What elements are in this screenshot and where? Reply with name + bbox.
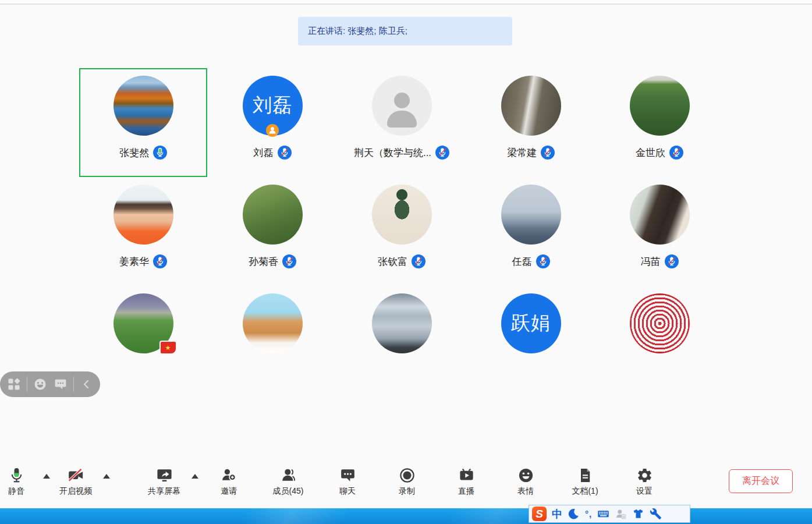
- participant-tile[interactable]: 金世欣: [595, 76, 724, 160]
- emoji-label: 表情: [495, 486, 556, 497]
- mic-muted-icon: [153, 254, 167, 268]
- invite-person-icon: [221, 467, 237, 484]
- emoji-smiley-icon: [517, 467, 534, 484]
- mic-muted-icon: [669, 146, 683, 160]
- participant-tile[interactable]: 张钦富: [337, 185, 466, 268]
- participant-avatar[interactable]: [114, 185, 173, 245]
- chat-button[interactable]: 聊天: [317, 467, 378, 497]
- participant-tile[interactable]: 跃娟: [466, 293, 595, 353]
- members-icon: [280, 467, 297, 484]
- participant-tile[interactable]: 刘磊 刘磊: [208, 76, 337, 160]
- emoji-button[interactable]: 表情: [495, 467, 556, 497]
- start-video-button[interactable]: 开启视频: [45, 467, 106, 497]
- participant-avatar[interactable]: [243, 185, 303, 245]
- participant-tile[interactable]: 荆天（数学与统...: [337, 76, 466, 160]
- participant-tile[interactable]: [337, 293, 466, 353]
- window-top-edge: [0, 0, 812, 5]
- participant-avatar[interactable]: [501, 76, 561, 136]
- video-options-caret[interactable]: [103, 474, 110, 479]
- participant-avatar[interactable]: [372, 293, 432, 353]
- participant-name: 姜素华: [119, 255, 149, 268]
- record-button[interactable]: 录制: [377, 467, 437, 497]
- avatar-photo: [501, 76, 561, 136]
- gear-icon: [636, 467, 653, 484]
- mic-muted-icon: [435, 146, 449, 160]
- chat-bubble-icon[interactable]: [54, 377, 68, 391]
- mute-button[interactable]: 静音: [0, 467, 47, 497]
- participant-avatar[interactable]: [372, 76, 432, 136]
- speaking-banner-text: 正在讲话: 张斐然; 陈卫兵;: [308, 26, 407, 37]
- participant-tile[interactable]: 梁常建: [466, 76, 595, 160]
- participant-tile[interactable]: 孙菊香: [208, 185, 337, 268]
- tools-wrench-icon[interactable]: [650, 508, 662, 520]
- participant-avatar[interactable]: [243, 293, 303, 353]
- mic-muted-icon: [541, 146, 555, 160]
- emoji-icon[interactable]: [33, 377, 47, 391]
- participant-tile[interactable]: [595, 293, 724, 353]
- leave-meeting-button[interactable]: 离开会议: [729, 469, 793, 493]
- share-screen-button[interactable]: 共享屏幕: [134, 467, 194, 497]
- mic-icon: [8, 467, 25, 484]
- docs-label: 文档(1): [555, 486, 615, 497]
- chat-label: 聊天: [317, 486, 378, 497]
- leave-meeting-label: 离开会议: [742, 475, 779, 487]
- participant-tile[interactable]: 姜素华: [79, 185, 208, 268]
- invite-button[interactable]: 邀请: [198, 467, 259, 497]
- document-icon: [577, 467, 594, 484]
- live-label: 直播: [436, 486, 497, 497]
- punctuation-icon[interactable]: °,: [585, 509, 592, 519]
- participant-avatar[interactable]: [630, 185, 690, 245]
- members-button[interactable]: 成员(45): [258, 467, 318, 497]
- mic-muted-icon: [282, 254, 296, 268]
- avatar-photo: [114, 185, 173, 245]
- participant-avatar[interactable]: 刘磊: [243, 76, 303, 136]
- avatar-photo: [501, 185, 561, 245]
- record-label: 录制: [377, 486, 437, 497]
- keyboard-icon[interactable]: [597, 508, 609, 520]
- participant-tile[interactable]: [208, 293, 337, 353]
- start-video-label: 开启视频: [45, 486, 106, 497]
- members-label: 成员(45): [258, 486, 318, 497]
- floating-toolbar: [0, 371, 100, 397]
- skin-shirt-icon[interactable]: [632, 508, 644, 520]
- moon-icon[interactable]: [568, 508, 580, 520]
- participant-avatar[interactable]: [372, 185, 432, 245]
- participant-avatar[interactable]: ★: [114, 293, 173, 353]
- participant-tile[interactable]: 任磊: [466, 185, 595, 268]
- avatar-photo: [114, 76, 173, 136]
- participant-avatar[interactable]: [114, 76, 173, 136]
- participant-avatar[interactable]: [630, 76, 690, 136]
- layout-grid-icon[interactable]: [7, 377, 21, 391]
- participant-tile[interactable]: ★: [79, 293, 208, 353]
- avatar-photo: [243, 185, 303, 245]
- toolbar-divider: [27, 377, 27, 392]
- avatar-placeholder-person-icon: [372, 76, 432, 136]
- invite-label: 邀请: [198, 486, 259, 497]
- docs-button[interactable]: 文档(1): [555, 467, 615, 497]
- participant-name: 金世欣: [636, 146, 665, 160]
- participant-tile[interactable]: 张斐然: [79, 76, 208, 160]
- live-button[interactable]: 直播: [436, 467, 497, 497]
- collapse-chevron-icon[interactable]: [80, 377, 94, 391]
- participant-tile[interactable]: 冯苗: [595, 185, 724, 268]
- avatar-photo: [372, 293, 432, 353]
- chat-icon: [339, 467, 356, 484]
- user-dict-icon[interactable]: u: [615, 508, 627, 520]
- participant-name: 梁常建: [507, 146, 537, 160]
- participant-name: 刘磊: [254, 146, 274, 160]
- avatar-photo: [243, 293, 303, 353]
- speaking-banner: 正在讲话: 张斐然; 陈卫兵;: [298, 17, 512, 45]
- participant-avatar[interactable]: [630, 293, 690, 353]
- live-tv-icon: [458, 467, 475, 484]
- mic-muted-icon: [536, 254, 550, 268]
- sogou-logo-icon[interactable]: S: [532, 507, 547, 521]
- flag-badge-icon: ★: [159, 341, 177, 355]
- settings-button[interactable]: 设置: [614, 467, 675, 497]
- share-screen-icon: [156, 467, 173, 484]
- ime-mode-chinese[interactable]: 中: [552, 507, 562, 521]
- mute-label: 静音: [0, 486, 47, 497]
- participant-avatar[interactable]: 跃娟: [501, 293, 561, 353]
- share-options-caret[interactable]: [192, 474, 198, 479]
- participant-avatar[interactable]: [501, 185, 561, 245]
- mic-active-icon: [153, 146, 167, 160]
